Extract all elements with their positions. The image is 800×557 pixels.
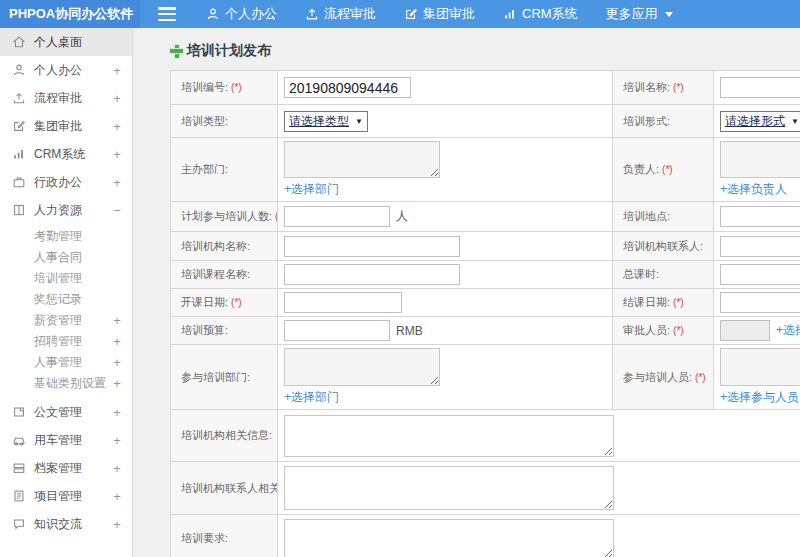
sidebar-label: 个人桌面 bbox=[34, 34, 122, 51]
field-label: 审批人员:(*) bbox=[613, 317, 714, 345]
field-label: 参与培训部门: bbox=[171, 345, 278, 410]
briefcase-icon bbox=[12, 175, 26, 189]
requirements-textarea[interactable] bbox=[284, 519, 614, 557]
topnav-personal-office[interactable]: 个人办公 bbox=[192, 0, 291, 28]
training-form-select[interactable]: 请选择形式▼ bbox=[720, 111, 800, 132]
org-info-textarea[interactable] bbox=[284, 415, 614, 457]
user-icon bbox=[206, 7, 220, 21]
planned-count-input[interactable] bbox=[284, 206, 390, 227]
field-label: 开课日期:(*) bbox=[171, 289, 278, 317]
topnav-workflow-approval[interactable]: 流程审批 bbox=[291, 0, 390, 28]
expand-icon: + bbox=[112, 433, 122, 448]
start-date-input[interactable] bbox=[284, 292, 402, 313]
field-label: 培训形式: bbox=[613, 105, 714, 138]
expand-icon: + bbox=[112, 376, 122, 391]
sidebar-label: CRM系统 bbox=[34, 146, 112, 163]
chevron-down-icon bbox=[665, 12, 673, 17]
sidebar-item-base-category[interactable]: 基础类别设置+ bbox=[0, 373, 132, 394]
select-dept-link[interactable]: +选择部门 bbox=[284, 390, 339, 404]
page-title: 培训计划发布 bbox=[170, 42, 800, 60]
select-dept-link[interactable]: +选择部门 bbox=[284, 182, 339, 196]
edit-icon bbox=[404, 7, 418, 21]
org-name-input[interactable] bbox=[284, 236, 460, 257]
expand-icon: + bbox=[112, 405, 122, 420]
topnav-crm[interactable]: CRM系统 bbox=[489, 0, 592, 28]
field-label: 总课时: bbox=[613, 261, 714, 289]
training-no-input[interactable] bbox=[284, 77, 411, 98]
sidebar-item-archive[interactable]: 档案管理 + bbox=[0, 454, 132, 482]
top-bar: PHPOA协同办公软件 个人办公 流程审批 集团审批 CRM系统 更多应用 bbox=[0, 0, 800, 28]
chat-icon bbox=[12, 517, 26, 531]
sidebar-item-group-approval[interactable]: 集团审批 + bbox=[0, 112, 132, 140]
sidebar-label: 个人办公 bbox=[34, 62, 112, 79]
field-label: 培训课程名称: bbox=[171, 261, 278, 289]
participating-depts-textarea[interactable] bbox=[284, 348, 440, 386]
location-input[interactable] bbox=[720, 206, 800, 227]
leader-textarea[interactable] bbox=[720, 141, 800, 178]
doc-icon bbox=[12, 405, 26, 419]
field-label: 培训机构联系人相关信息: bbox=[171, 462, 278, 515]
sidebar-item-reward-record[interactable]: 奖惩记录 bbox=[0, 289, 132, 310]
user-icon bbox=[12, 63, 26, 77]
select-leader-link[interactable]: +选择负责人 bbox=[720, 182, 787, 196]
training-type-select[interactable]: 请选择类型▼ bbox=[284, 111, 368, 132]
course-name-input[interactable] bbox=[284, 264, 460, 285]
expand-icon: + bbox=[112, 489, 122, 504]
sidebar-item-project[interactable]: 项目管理 + bbox=[0, 482, 132, 510]
org-contact-info-textarea[interactable] bbox=[284, 466, 614, 510]
sidebar-item-training-mgmt[interactable]: 培训管理 bbox=[0, 268, 132, 289]
home-icon bbox=[12, 35, 26, 49]
sidebar-item-workflow-approval[interactable]: 流程审批 + bbox=[0, 84, 132, 112]
topnav-label: CRM系统 bbox=[522, 5, 578, 23]
participants-textarea[interactable] bbox=[720, 348, 800, 386]
menu-toggle-icon[interactable] bbox=[158, 7, 176, 21]
sidebar-label: 集团审批 bbox=[34, 118, 112, 135]
sidebar-hr-submenu: 考勤管理 人事合同 培训管理 奖惩记录 薪资管理+ 招聘管理+ 人事管理+ 基础… bbox=[0, 224, 132, 398]
chevron-down-icon: ▼ bbox=[791, 117, 799, 126]
sidebar-item-desktop[interactable]: 个人桌面 bbox=[0, 28, 132, 56]
field-label: 培训机构联系人: bbox=[613, 232, 714, 261]
sidebar-item-crm[interactable]: CRM系统 + bbox=[0, 140, 132, 168]
car-icon bbox=[12, 433, 26, 447]
topnav-more-apps[interactable]: 更多应用 bbox=[592, 0, 687, 28]
sidebar-item-knowledge[interactable]: 知识交流 + bbox=[0, 510, 132, 538]
approver-input[interactable] bbox=[720, 320, 770, 341]
sidebar-label: 项目管理 bbox=[34, 488, 112, 505]
flow-icon bbox=[305, 7, 319, 21]
field-label: 培训编号:(*) bbox=[171, 71, 278, 105]
field-label: 培训预算: bbox=[171, 317, 278, 345]
total-hours-input[interactable] bbox=[720, 264, 800, 285]
sidebar-label: 档案管理 bbox=[34, 460, 112, 477]
sidebar-item-official-doc[interactable]: 公文管理 + bbox=[0, 398, 132, 426]
chart-icon bbox=[503, 7, 517, 21]
sidebar-item-admin-office[interactable]: 行政办公 + bbox=[0, 168, 132, 196]
sidebar-item-recruit[interactable]: 招聘管理+ bbox=[0, 331, 132, 352]
select-approver-link[interactable]: +选择审批人员 bbox=[776, 322, 800, 339]
currency-suffix: RMB bbox=[396, 324, 423, 338]
sidebar-item-personnel[interactable]: 人事管理+ bbox=[0, 352, 132, 373]
org-contact-input[interactable] bbox=[720, 236, 800, 257]
page-title-text: 培训计划发布 bbox=[187, 42, 271, 60]
app-logo: PHPOA协同办公软件 bbox=[0, 0, 140, 28]
field-label: 结课日期:(*) bbox=[613, 289, 714, 317]
expand-icon: + bbox=[112, 313, 122, 328]
select-participants-link[interactable]: +选择参与人员 bbox=[720, 390, 799, 404]
topnav-group-approval[interactable]: 集团审批 bbox=[390, 0, 489, 28]
sidebar-item-salary[interactable]: 薪资管理+ bbox=[0, 310, 132, 331]
sidebar-item-personal-office[interactable]: 个人办公 + bbox=[0, 56, 132, 84]
field-label: 培训要求: bbox=[171, 515, 278, 557]
expand-icon: + bbox=[112, 355, 122, 370]
chart-icon bbox=[12, 147, 26, 161]
expand-icon: + bbox=[112, 147, 122, 162]
budget-input[interactable] bbox=[284, 320, 390, 341]
training-name-input[interactable] bbox=[720, 77, 800, 98]
sidebar-item-vehicle[interactable]: 用车管理 + bbox=[0, 426, 132, 454]
end-date-input[interactable] bbox=[720, 292, 800, 313]
sidebar-item-hr-contract[interactable]: 人事合同 bbox=[0, 247, 132, 268]
field-label: 培训地点: bbox=[613, 202, 714, 232]
sidebar-item-attendance[interactable]: 考勤管理 bbox=[0, 226, 132, 247]
field-label: 培训机构名称: bbox=[171, 232, 278, 261]
sidebar: 个人桌面 个人办公 + 流程审批 + 集团审批 + CRM系统 + 行政办公 +… bbox=[0, 28, 133, 557]
sidebar-item-hr[interactable]: 人力资源 − bbox=[0, 196, 132, 224]
host-dept-textarea[interactable] bbox=[284, 141, 440, 178]
